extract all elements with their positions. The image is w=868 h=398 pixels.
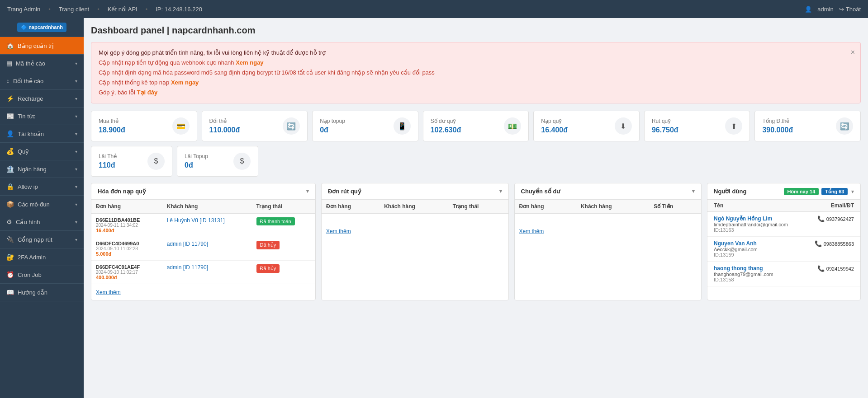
logout-button[interactable]: ↪ Thoát [839,6,861,13]
nap-quy-chevron-icon[interactable]: ▾ [306,188,309,194]
nap-quy-col-status: Trạng thái [252,200,315,214]
user-info-1: Nguyen Van Anh Aecckk@gmail.com ID:13159 [714,240,758,258]
sidebar-item-cong-nap-rut[interactable]: 🔌 Cổng nạp rút ▾ [0,231,84,248]
nguoi-dung-chevron-icon[interactable]: ▾ [851,189,854,194]
sidebar-label-tin-tuc: Tin tức [18,113,35,120]
sidebar-item-cac-mo-dun[interactable]: 📦 Các mô-đun ▾ [0,196,84,213]
chuyen-so-du-table: Đơn hàng Khách hàng Số Tiền [515,200,702,223]
sidebar-label-huong-dan: Hướng dẫn [18,289,47,296]
alert-close-button[interactable]: × [851,46,855,58]
sidebar-item-left: ⚙ Cấu hình [6,218,40,225]
alert-banner: × Mọi góp ý đóng góp phát triển tính năn… [91,42,861,103]
status-badge-1: Đã hủy [256,241,280,249]
order-time-2: 2024-09-10 11:02:17 [96,270,158,275]
stat-value-2: 0đ [320,126,345,134]
col-email-dt: Email/ĐT [831,202,854,209]
layout: 🔷 napcardnhanh 🏠 Bảng quản trị ▤ Mã thẻ … [0,18,868,398]
alert-line1: Mọi góp ý đóng góp phát triển tính năng,… [99,48,853,58]
sidebar-label-ma-the-cao: Mã thẻ cào [16,60,45,67]
rut-quy-chevron-icon[interactable]: ▾ [499,188,502,194]
chuyen-so-du-panel: Chuyển số dư ▾ Đơn hàng Khách hàng Số Ti… [514,183,702,300]
alert-xem-ngay-link-1[interactable]: Xem ngay [236,59,263,66]
customer-link-0[interactable]: Lê Huỳnh Vũ [ID 13131] [167,217,225,224]
stat-info-0: Mua thẻ 18.900đ [99,118,125,134]
sidebar-item-left: ⚡ Recharge [6,95,43,102]
user-phone-1: 📞 09838855863 [815,240,854,247]
stat-card-0: Mua thẻ 18.900đ 💳 [91,111,197,141]
csd-col-customer: Khách hàng [576,200,649,214]
sidebar-item-ma-the-cao[interactable]: ▤ Mã thẻ cào ▾ [0,55,84,72]
logout-arrow-icon: ↪ [839,6,844,13]
sidebar-icon-ma-the-cao: ▤ [6,60,12,67]
list-item: Nguyen Van Anh Aecckk@gmail.com ID:13159… [707,237,860,262]
nap-quy-see-more-link[interactable]: Xem thêm [96,289,121,295]
main-content: Dashboard panel | napcardnhanh.com × Mọi… [84,18,868,398]
rut-quy-col-customer: Khách hàng [379,200,448,214]
sidebar-item-cau-hinh[interactable]: ⚙ Cấu hình ▾ [0,213,84,231]
sidebar-label-cac-mo-dun: Các mô-đun [18,201,50,208]
rut-quy-panel: Đơn rút quỹ ▾ Đơn hàng Khách hàng Trạng … [321,183,509,300]
sidebar-item-left: 📰 Tin tức [6,112,35,120]
sidebar-chevron-doi-the-cao: ▾ [75,79,77,84]
stat-label-4: Nạp quỹ [541,118,568,124]
rut-quy-see-more-link[interactable]: Xem thêm [326,228,351,234]
sidebar-icon-recharge: ⚡ [6,95,14,102]
stat-icon-2: 📱 [394,117,411,135]
stat-value-3: 102.630đ [431,126,461,134]
sidebar-icon-cong-nap-rut: 🔌 [6,236,14,243]
nap-quy-col-order: Đơn hàng [91,200,162,214]
sidebar-chevron-tai-khoan: ▾ [75,131,77,136]
nap-quy-panel: Hóa đơn nạp quỹ ▾ Đơn hàng Khách hàng Tr… [91,183,316,300]
phone-icon-0: 📞 [817,215,825,222]
stat-label-3: Số dư quỹ [431,118,461,124]
csd-see-more-link[interactable]: Xem thêm [519,228,544,234]
alert-line5: Góp ý, báo lỗi Tại đây [99,88,853,98]
sidebar-item-dashboard[interactable]: 🏠 Bảng quản trị [0,37,84,55]
sidebar-item-quy[interactable]: 💰 Quỹ ▾ [0,143,84,160]
nap-quy-header: Hóa đơn nạp quỹ ▾ [91,183,315,200]
sidebar-icon-cron-job: ⏰ [6,271,14,278]
sidebar-item-recharge[interactable]: ⚡ Recharge ▾ [0,90,84,108]
nguoi-dung-header: Người dùng Hôm nay 14 Tổng 63 ▾ [707,183,860,200]
nguoi-dung-panel: Người dùng Hôm nay 14 Tổng 63 ▾ Tên Emai… [707,183,861,300]
customer-link-1[interactable]: admin [ID 11790] [167,241,208,247]
sidebar-item-left: 💰 Quỹ [6,148,29,155]
nav-ket-noi-api[interactable]: Kết nối API [108,6,138,13]
sidebar-icon-cau-hinh: ⚙ [6,218,12,225]
sidebar-item-allow-ip[interactable]: 🔒 Allow ip ▾ [0,178,84,196]
sidebar-item-tin-tuc[interactable]: 📰 Tin tức ▾ [0,108,84,125]
stat2-info-1: Lãi Topup 0đ [185,153,208,169]
sidebar-item-huong-dan[interactable]: 📖 Hướng dẫn [0,284,84,301]
alert-tai-day-link[interactable]: Tại đây [137,89,158,96]
sidebar-chevron-cong-nap-rut: ▾ [75,237,77,242]
customer-link-2[interactable]: admin [ID 11790] [167,264,208,271]
nav-trang-admin[interactable]: Trang Admin [7,6,40,13]
list-item: haong thong thang thanghoang79@gmail.com… [707,262,860,286]
sidebar-item-tai-khoan[interactable]: 👤 Tài khoản ▾ [0,125,84,143]
sidebar-chevron-cac-mo-dun: ▾ [75,202,77,207]
nap-quy-customer-2: admin [ID 11790] [162,261,252,284]
order-id-1: D66DFC4D4699A0 [96,241,158,246]
sidebar-item-2fa-admin[interactable]: 🔐 2FA Admin [0,248,84,266]
user-name-1[interactable]: Nguyen Van Anh [714,240,758,247]
chuyen-so-du-chevron-icon[interactable]: ▾ [692,188,695,194]
alert-xem-ngay-link-2[interactable]: Xem ngay [171,79,199,86]
sidebar-item-cron-job[interactable]: ⏰ Cron Job [0,266,84,284]
user-name-2[interactable]: haong thong thang [714,265,773,272]
csd-see-more: Xem thêm [515,223,702,239]
csd-col-amount: Số Tiền [649,200,701,214]
nap-quy-order-1: D66DFC4D4699A0 2024-09-10 11:02:28 5.000… [91,237,162,261]
stat-info-6: Tổng Đ.thẻ 390.000đ [762,118,793,134]
table-row: D66E11DBA401BE 2024-09-11 11:34:02 16.40… [91,214,315,237]
sidebar-label-2fa-admin: 2FA Admin [18,254,46,261]
stat-icon-4: ⬇ [615,117,632,135]
nap-quy-status-2: Đã hủy [252,261,315,284]
nap-quy-order-2: D66DFC4C91AE4F 2024-09-10 11:02:17 400.0… [91,261,162,284]
alert-line2: Cập nhật nạp tiền tự động qua webhook cự… [99,58,853,68]
sidebar-item-left: ↕ Đổi thẻ cào [6,77,43,84]
sidebar-item-ngan-hang[interactable]: 🏦 Ngân hàng ▾ [0,160,84,178]
sidebar-item-doi-the-cao[interactable]: ↕ Đổi thẻ cào ▾ [0,72,84,90]
user-name-0[interactable]: Ngô Nguyễn Hồng Lim [714,215,788,222]
nav-trang-client[interactable]: Trang client [59,6,89,13]
nap-quy-title: Hóa đơn nạp quỹ [98,188,146,195]
